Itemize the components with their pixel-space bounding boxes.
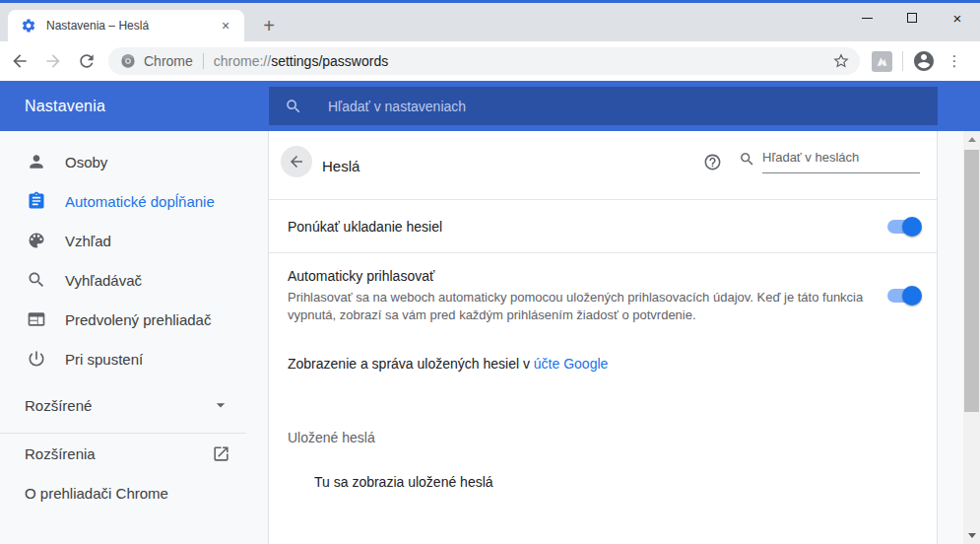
url-scheme: chrome://	[214, 53, 271, 69]
passwords-card: Heslá Ponúkať ukladanie hesiel Automatic…	[268, 131, 938, 544]
offer-save-passwords-toggle[interactable]	[887, 220, 920, 234]
manage-google-account-row: Zobrazenie a správa uložených hesiel v ú…	[288, 356, 608, 372]
back-arrow-icon	[288, 153, 305, 170]
avatar-icon	[912, 49, 936, 73]
offer-save-passwords-label: Ponúkať ukladanie hesiel	[288, 219, 442, 235]
sidebar-item-label: Automatické dopĺňanie	[65, 193, 215, 210]
auto-signin-label: Automaticky prihlasovať	[288, 266, 871, 286]
url-text: chrome://settings/passwords	[214, 53, 388, 69]
sidebar-item-label: Vzhľad	[65, 233, 111, 249]
star-icon	[832, 52, 850, 70]
window-controls: ×	[844, 3, 980, 33]
settings-title: Nastavenia	[25, 81, 105, 131]
passwords-search-input[interactable]	[762, 148, 920, 173]
tab-close-icon[interactable]: ×	[217, 17, 234, 34]
manage-text: Zobrazenie a správa uložených hesiel v	[288, 356, 534, 372]
omnibox-separator	[203, 53, 204, 69]
maximize-icon	[907, 13, 917, 23]
settings-gear-favicon-icon	[21, 18, 36, 34]
page-body: Osoby Automatické dopĺňanie Vzhľad Vyhľa…	[0, 131, 980, 544]
sidebar-item-label: Predvolený prehliadač	[65, 311, 211, 328]
minimize-icon	[862, 18, 873, 19]
about-label: O prehliadači Chrome	[25, 485, 168, 502]
close-button[interactable]: ×	[935, 3, 980, 33]
window-frame-accent	[0, 0, 980, 3]
scrollbar-down-button[interactable]	[963, 527, 980, 544]
open-in-new-icon	[212, 444, 230, 463]
sidebar-item-people[interactable]: Osoby	[0, 142, 268, 181]
forward-arrow-icon	[43, 51, 63, 71]
passwords-search-field	[739, 148, 920, 173]
power-icon	[27, 349, 46, 369]
scrollbar-up-button[interactable]	[963, 131, 980, 148]
advanced-label: Rozšírené	[25, 397, 92, 414]
browser-window: Nastavenia – Heslá × + × Chrome	[0, 0, 980, 544]
new-tab-button[interactable]: +	[256, 13, 282, 38]
sidebar-item-label: Vyhľadávač	[65, 272, 142, 289]
forward-button[interactable]	[39, 47, 67, 75]
toggle-knob	[902, 286, 922, 306]
browser-toolbar: Chrome chrome://settings/passwords ⋮	[0, 41, 980, 81]
search-icon	[27, 270, 46, 290]
tab-title: Nastavenia – Heslá	[46, 19, 217, 33]
page-scrollbar[interactable]	[963, 131, 980, 544]
sidebar-item-label: Osoby	[65, 154, 107, 170]
address-bar[interactable]: Chrome chrome://settings/passwords	[108, 47, 860, 75]
saved-passwords-header: Uložené heslá	[288, 430, 375, 445]
back-button[interactable]	[6, 47, 33, 75]
url-path: settings/passwords	[271, 53, 388, 69]
scroll-down-icon	[968, 533, 976, 538]
toolbar-separator	[902, 51, 903, 71]
back-arrow-icon	[10, 51, 30, 71]
maximize-button[interactable]	[889, 3, 935, 33]
settings-sidebar: Osoby Automatické dopĺňanie Vzhľad Vyhľa…	[0, 131, 268, 544]
toggle-knob	[902, 217, 922, 237]
close-icon: ×	[953, 11, 962, 26]
sidebar-advanced-toggle[interactable]: Rozšírené	[0, 385, 268, 425]
offer-save-passwords-row: Ponúkať ukladanie hesiel	[269, 200, 937, 253]
chevron-down-icon	[211, 395, 230, 415]
magnifier-icon	[285, 98, 302, 115]
reload-icon	[77, 51, 97, 71]
question-circle-icon	[703, 153, 722, 171]
settings-search-input[interactable]	[328, 99, 880, 114]
person-icon	[27, 152, 46, 171]
clipboard-icon	[27, 191, 46, 211]
google-account-link[interactable]: účte Google	[534, 356, 609, 372]
sidebar-item-about-chrome[interactable]: O prehliadači Chrome	[0, 473, 268, 512]
page-title: Heslá	[322, 131, 359, 200]
help-button[interactable]	[703, 153, 723, 172]
minimize-button[interactable]	[844, 3, 889, 33]
adobe-extension-button[interactable]	[872, 51, 892, 72]
sidebar-item-appearance[interactable]: Vzhľad	[0, 221, 268, 260]
site-label: Chrome	[144, 53, 193, 69]
auto-signin-text: Automaticky prihlasovať Prihlasovať sa n…	[288, 266, 871, 324]
settings-header: Nastavenia	[0, 81, 980, 131]
browser-tab[interactable]: Nastavenia – Heslá ×	[8, 10, 244, 41]
bookmark-star-button[interactable]	[832, 52, 850, 70]
adobe-extension-icon	[876, 55, 888, 68]
sidebar-item-on-startup[interactable]: Pri spustení	[0, 339, 268, 378]
chrome-logo-icon	[120, 53, 136, 69]
sidebar-item-extensions[interactable]: Rozšírenia	[0, 434, 268, 473]
saved-passwords-empty-message: Tu sa zobrazia uložené heslá	[314, 474, 493, 490]
browser-window-icon	[27, 309, 46, 329]
settings-search-box[interactable]	[269, 87, 938, 125]
browser-menu-button[interactable]: ⋮	[942, 48, 967, 74]
profile-avatar-button[interactable]	[912, 49, 936, 73]
tab-strip: Nastavenia – Heslá × + ×	[0, 0, 980, 41]
passwords-header: Heslá	[269, 131, 937, 200]
auto-signin-toggle[interactable]	[887, 289, 920, 303]
magnifier-icon	[739, 151, 755, 168]
scrollbar-thumb[interactable]	[964, 150, 979, 412]
extensions-label: Rozšírenia	[25, 445, 96, 462]
sidebar-item-autofill[interactable]: Automatické dopĺňanie	[0, 181, 268, 221]
sidebar-item-search-engine[interactable]: Vyhľadávač	[0, 260, 268, 300]
palette-icon	[27, 231, 46, 250]
subpage-back-button[interactable]	[281, 146, 312, 177]
sidebar-item-label: Pri spustení	[65, 351, 143, 368]
auto-signin-description: Prihlasovať sa na weboch automaticky pom…	[288, 289, 871, 324]
sidebar-item-default-browser[interactable]: Predvolený prehliadač	[0, 300, 268, 339]
scroll-up-icon	[968, 137, 976, 142]
reload-button[interactable]	[73, 47, 100, 75]
